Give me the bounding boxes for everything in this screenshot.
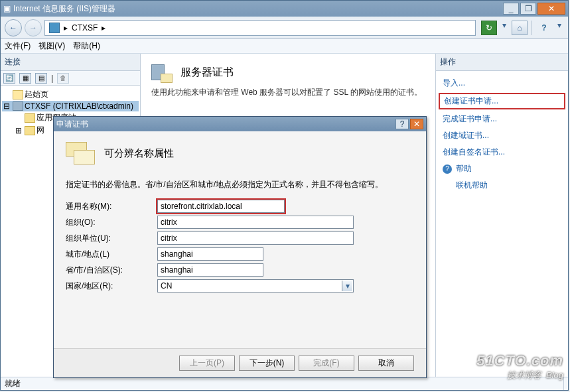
action-label: 创建域证书... bbox=[443, 130, 489, 141]
server-tree-icon bbox=[13, 101, 23, 111]
nav-toolbar: ← → ▸ CTXSF ▸ ↻ ▾ ⌂ ? ▾ bbox=[1, 17, 568, 39]
status-text: 就绪 bbox=[5, 378, 424, 389]
iis-icon: ▣ bbox=[3, 4, 11, 13]
watermark-line1: 51CTO.com bbox=[476, 352, 563, 369]
tree-label: 起始页 bbox=[25, 89, 48, 100]
server-certificates-icon bbox=[151, 62, 173, 83]
input-value: citrix bbox=[161, 218, 177, 227]
label-organization: 组织(O): bbox=[66, 217, 157, 228]
breadcrumb-server[interactable]: CTXSF bbox=[72, 23, 98, 33]
label-state: 省/市/自治区(S): bbox=[66, 265, 157, 276]
dialog-close-button[interactable]: ✕ bbox=[410, 119, 423, 129]
watermark: 51CTO.com 技术博客 Blog bbox=[476, 352, 563, 381]
menu-bar: 文件(F) 视图(V) 帮助(H) bbox=[1, 39, 568, 54]
content-description: 使用此功能来申请和管理 Web 服务器可以对配置了 SSL 的网站使用的证书。 bbox=[141, 87, 435, 103]
minimize-button[interactable]: _ bbox=[503, 3, 519, 15]
action-label: 完成证书申请... bbox=[443, 113, 497, 125]
action-create-self-signed[interactable]: 创建自签名证书... bbox=[436, 144, 568, 161]
country-select[interactable]: CN ▾ bbox=[157, 279, 354, 293]
tree-start-page[interactable]: 起始页 bbox=[2, 88, 139, 101]
apppool-icon bbox=[25, 113, 35, 123]
action-import[interactable]: 导入... bbox=[436, 75, 568, 92]
action-label: 导入... bbox=[443, 78, 465, 89]
state-input[interactable]: shanghai bbox=[157, 263, 263, 277]
connections-toolbar: 🔄 ▦ ▤ | 🗑 bbox=[1, 71, 140, 86]
window-titlebar: ▣ Internet 信息服务 (IIS)管理器 _ ❐ ✕ bbox=[1, 1, 568, 17]
sites-icon bbox=[25, 126, 35, 135]
input-value: shanghai bbox=[161, 265, 193, 275]
forward-button[interactable]: → bbox=[25, 19, 42, 36]
action-create-domain-cert[interactable]: 创建域证书... bbox=[436, 127, 568, 144]
breadcrumb-sep-icon: ▸ bbox=[64, 23, 68, 33]
close-button[interactable]: ✕ bbox=[537, 3, 565, 15]
toolbar-btn-2[interactable]: ▦ bbox=[19, 73, 31, 84]
org-unit-input[interactable]: citrix bbox=[157, 231, 354, 245]
finish-button[interactable]: 完成(F) bbox=[299, 356, 354, 371]
input-value: storefront.citrixlab.local bbox=[161, 202, 242, 211]
dialog-help-button[interactable]: ? bbox=[395, 119, 409, 129]
expand-icon[interactable]: ⊞ bbox=[14, 126, 23, 135]
input-value: citrix bbox=[161, 233, 177, 243]
collapse-icon[interactable]: ⊟ bbox=[2, 101, 11, 111]
maximize-button[interactable]: ❐ bbox=[520, 3, 536, 15]
prev-button[interactable]: 上一页(P) bbox=[179, 356, 235, 371]
breadcrumb-bar[interactable]: ▸ CTXSF ▸ bbox=[44, 20, 476, 36]
refresh-button[interactable]: ↻ bbox=[481, 21, 497, 35]
dialog-description: 指定证书的必需信息。省/市/自治区和城市/地点必须指定为正式名称，并且不得包含缩… bbox=[66, 179, 414, 190]
tree-label: CTXSF (CITRIXLAB\ctxadmin) bbox=[25, 101, 133, 111]
action-label: 联机帮助 bbox=[456, 180, 488, 191]
organization-input[interactable]: citrix bbox=[157, 216, 354, 229]
dialog-titlebar: 申请证书 ? ✕ bbox=[54, 117, 426, 131]
toolbar-btn-4[interactable]: 🗑 bbox=[57, 73, 69, 84]
tree-server-node[interactable]: ⊟ CTXSF (CITRIXLAB\ctxadmin) bbox=[2, 101, 139, 111]
separator bbox=[532, 21, 532, 35]
window-title: Internet 信息服务 (IIS)管理器 bbox=[13, 3, 115, 15]
menu-view[interactable]: 视图(V) bbox=[38, 40, 65, 52]
toolbar-btn-3[interactable]: ▤ bbox=[35, 73, 47, 84]
action-complete-cert-request[interactable]: 完成证书申请... bbox=[436, 111, 568, 127]
cancel-button[interactable]: 取消 bbox=[358, 356, 414, 371]
city-input[interactable]: shanghai bbox=[157, 247, 263, 261]
back-button[interactable]: ← bbox=[5, 19, 22, 36]
actions-heading: 操作 bbox=[436, 54, 568, 71]
watermark-line2: 技术博客 bbox=[507, 370, 541, 380]
help-icon: ? bbox=[443, 164, 452, 174]
dialog-body: 可分辨名称属性 指定证书的必需信息。省/市/自治区和城市/地点必须指定为正式名称… bbox=[54, 131, 426, 348]
toolbar-btn-1[interactable]: 🔄 bbox=[3, 73, 15, 84]
menu-file[interactable]: 文件(F) bbox=[5, 40, 31, 52]
select-value: CN bbox=[161, 281, 172, 291]
action-create-cert-request[interactable]: 创建证书申请... bbox=[439, 93, 565, 109]
help-context-button[interactable]: ? bbox=[536, 21, 552, 35]
menu-help[interactable]: 帮助(H) bbox=[73, 40, 100, 52]
dialog-heading: 可分辨名称属性 bbox=[104, 147, 174, 160]
input-value: shanghai bbox=[161, 249, 193, 259]
home-button[interactable]: ⌂ bbox=[512, 21, 528, 35]
refresh-dropdown-icon[interactable]: ▾ bbox=[500, 21, 509, 30]
help-dropdown-icon[interactable]: ▾ bbox=[555, 21, 564, 30]
label-common-name: 通用名称(M): bbox=[66, 201, 157, 212]
start-page-icon bbox=[13, 90, 23, 99]
connections-heading: 连接 bbox=[1, 54, 140, 71]
server-icon bbox=[49, 23, 60, 33]
action-label: 创建证书申请... bbox=[444, 96, 498, 107]
label-city: 城市/地点(L) bbox=[66, 249, 157, 260]
dropdown-arrow-icon[interactable]: ▾ bbox=[342, 281, 352, 291]
certificate-wizard-icon bbox=[66, 142, 95, 164]
action-online-help[interactable]: 联机帮助 bbox=[436, 177, 568, 194]
dialog-footer: 上一页(P) 下一步(N) 完成(F) 取消 bbox=[54, 348, 426, 377]
action-help[interactable]: ? 帮助 bbox=[436, 161, 568, 177]
label-org-unit: 组织单位(U): bbox=[66, 233, 157, 244]
actions-pane: 操作 导入... 创建证书申请... 完成证书申请... 创建域证书... 创建… bbox=[435, 54, 568, 377]
label-country: 国家/地区(R): bbox=[66, 281, 157, 292]
content-title: 服务器证书 bbox=[180, 66, 234, 80]
common-name-input[interactable]: storefront.citrixlab.local bbox=[157, 200, 285, 213]
next-button[interactable]: 下一步(N) bbox=[239, 356, 295, 371]
breadcrumb-tail-icon: ▸ bbox=[102, 23, 106, 33]
tree-label: 网 bbox=[36, 125, 44, 136]
toolbar-separator: | bbox=[51, 74, 53, 83]
dialog-title: 申请证书 bbox=[56, 119, 394, 130]
content-header: 服务器证书 bbox=[141, 54, 435, 87]
request-certificate-dialog: 申请证书 ? ✕ 可分辨名称属性 指定证书的必需信息。省/市/自治区和城市/地点… bbox=[53, 116, 427, 378]
action-label: 创建自签名证书... bbox=[443, 147, 505, 158]
action-label: 帮助 bbox=[456, 163, 472, 174]
